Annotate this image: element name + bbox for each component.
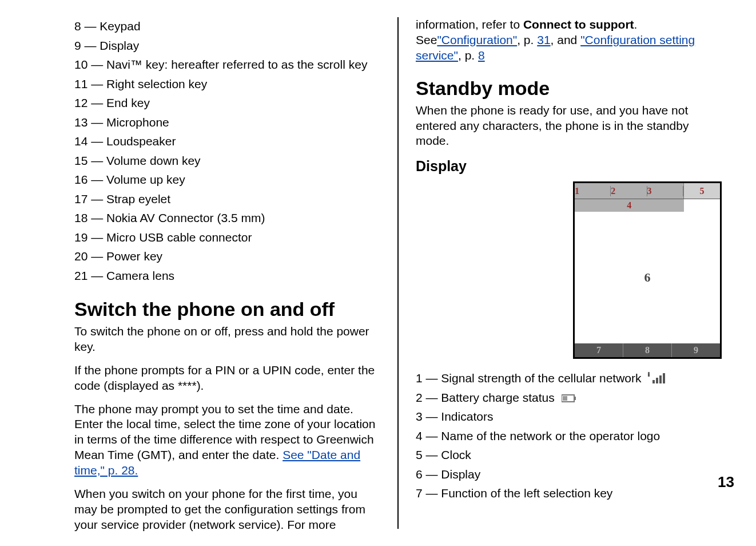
right-column: information, refer to Connect to support…: [399, 17, 733, 529]
callout-1: 1: [575, 186, 611, 196]
display-figure: 1 2 3 5 4 6 7 8 9: [573, 181, 722, 359]
link-page-8[interactable]: 8: [478, 49, 485, 62]
phone-screen-outline: 1 2 3 5 4 6 7 8 9: [573, 181, 722, 359]
display-item: 7 — Function of the left selection key: [416, 484, 722, 503]
paragraph: The phone may prompt you to set the time…: [74, 402, 380, 478]
callout-6: 6: [575, 212, 720, 343]
svg-rect-3: [656, 378, 658, 383]
link-page-31[interactable]: 31: [537, 33, 550, 46]
signal-strength-icon: [648, 372, 669, 383]
callout-7: 7: [575, 343, 623, 357]
key-item: 13 — Microphone: [74, 113, 380, 132]
svg-rect-2: [652, 380, 655, 383]
key-item: 14 — Loudspeaker: [74, 132, 380, 151]
left-column: 8 — Keypad 9 — Display 10 — Navi™ key: h…: [63, 17, 399, 529]
svg-rect-8: [563, 396, 567, 401]
paragraph: When you switch on your phone for the fi…: [74, 486, 380, 533]
key-item: 12 — End key: [74, 94, 380, 112]
key-item: 20 — Power key: [74, 247, 380, 266]
battery-icon: [562, 394, 578, 403]
softkey-bar: 7 8 9: [575, 343, 720, 357]
display-item: 2 — Battery charge status: [416, 389, 722, 407]
display-item: 4 — Name of the network or the operator …: [416, 427, 722, 445]
key-item: 15 — Volume down key: [74, 152, 380, 170]
heading-display: Display: [416, 158, 722, 175]
text-fragment: , p.: [458, 49, 478, 62]
text-bold: Connect to support: [523, 18, 634, 31]
callout-3: 3: [647, 186, 683, 196]
svg-rect-0: [648, 373, 650, 377]
paragraph: When the phone is ready for use, and you…: [416, 103, 722, 149]
key-item: 16 — Volume up key: [74, 171, 380, 189]
text-fragment: information, refer to: [416, 18, 523, 31]
text-fragment: , p.: [517, 33, 537, 46]
callout-4: 4: [575, 199, 684, 212]
display-item: 3 — Indicators: [416, 407, 722, 426]
display-item: 1 — Signal strength of the cellular netw…: [416, 369, 722, 387]
paragraph: If the phone prompts for a PIN or a UPIN…: [74, 363, 380, 394]
callout-5: 5: [683, 183, 720, 199]
display-item-text: 1 — Signal strength of the cellular netw…: [416, 371, 644, 385]
svg-rect-7: [574, 397, 576, 400]
svg-rect-4: [659, 375, 662, 383]
key-item: 17 — Strap eyelet: [74, 190, 380, 208]
text-fragment: , and: [551, 33, 581, 46]
key-item: 18 — Nokia AV Connector (3.5 mm): [74, 209, 380, 227]
key-item: 10 — Navi™ key: hereafter referred to as…: [74, 56, 380, 74]
display-item: 6 — Display: [416, 465, 722, 484]
heading-switch-phone: Switch the phone on and off: [74, 298, 380, 321]
svg-rect-5: [663, 373, 665, 383]
key-item: 21 — Camera lens: [74, 267, 380, 285]
key-item: 11 — Right selection key: [74, 75, 380, 93]
link-configuration[interactable]: "Configuration": [437, 33, 517, 46]
callout-2: 2: [611, 186, 647, 196]
heading-standby-mode: Standby mode: [416, 77, 722, 100]
svg-point-1: [648, 372, 650, 373]
callout-9: 9: [672, 343, 720, 357]
key-item: 19 — Micro USB cable connector: [74, 228, 380, 247]
status-bar-top: 1 2 3 5: [575, 183, 720, 199]
key-item: 8 — Keypad: [74, 17, 380, 35]
page-content: 8 — Keypad 9 — Display 10 — Navi™ key: h…: [0, 0, 756, 546]
page-number: 13: [718, 473, 734, 491]
display-item-text: 2 — Battery charge status: [416, 391, 558, 404]
paragraph: To switch the phone on or off, press and…: [74, 324, 380, 355]
paragraph-continuation: information, refer to Connect to support…: [416, 17, 722, 64]
callout-8: 8: [623, 343, 672, 357]
key-item: 9 — Display: [74, 37, 380, 55]
display-item: 5 — Clock: [416, 446, 722, 464]
